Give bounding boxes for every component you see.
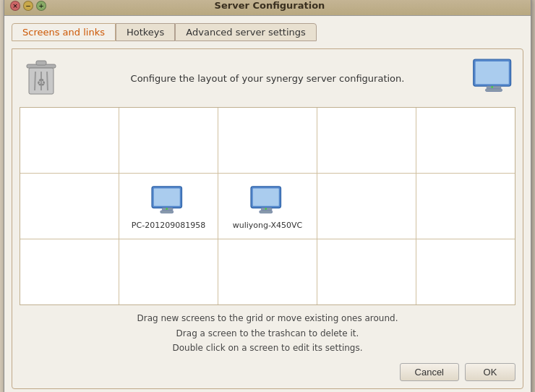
svg-point-21: [265, 208, 267, 210]
screen-label-wuliyong: wuliyong-X450VC: [233, 221, 302, 230]
tab-screens-and-links[interactable]: Screens and links: [12, 23, 116, 41]
svg-rect-18: [253, 188, 279, 205]
maximize-button[interactable]: +: [36, 1, 46, 11]
svg-point-16: [166, 208, 168, 210]
svg-rect-20: [260, 210, 273, 213]
svg-rect-15: [160, 210, 174, 213]
tab-bar: Screens and links Hotkeys Advanced serve…: [12, 23, 523, 41]
svg-rect-1: [36, 61, 46, 65]
top-description: Configure the layout of your synergy ser…: [70, 73, 465, 84]
window-body: Screens and links Hotkeys Advanced serve…: [4, 16, 531, 392]
grid-cell-2-3[interactable]: [317, 239, 416, 304]
grid-cell-screen-wuliyong[interactable]: wuliyong-X450VC: [218, 174, 317, 239]
screen-label-pc: PC-201209081958: [132, 221, 205, 230]
grid-cell-2-1[interactable]: [119, 239, 218, 304]
grid-cell-2-2[interactable]: [218, 239, 317, 304]
grid-row-0: [20, 108, 515, 174]
svg-line-3: [35, 72, 35, 90]
hint-1: Drag new screens to the grid or move exi…: [20, 311, 515, 325]
window-controls: × − +: [10, 1, 46, 11]
grid-cell-2-4[interactable]: [416, 239, 515, 304]
grid-cell-0-3[interactable]: [317, 108, 416, 173]
ok-button[interactable]: OK: [465, 363, 515, 381]
tab-advanced-server-settings[interactable]: Advanced server settings: [175, 23, 316, 41]
svg-rect-10: [485, 89, 502, 92]
hints-section: Drag new screens to the grid or move exi…: [20, 311, 515, 355]
grid-cell-1-4[interactable]: [416, 174, 515, 239]
grid-cell-screen-pc[interactable]: PC-201209081958: [119, 174, 218, 239]
grid-cell-1-0[interactable]: [20, 174, 119, 239]
tab-content-screens-and-links: ♻ Configure the layout of your synergy s…: [12, 48, 523, 388]
screen-grid: PC-201209081958 wuliyong-X450VC: [20, 107, 515, 305]
svg-text:♻: ♻: [37, 77, 46, 88]
grid-cell-0-2[interactable]: [218, 108, 317, 173]
svg-rect-8: [476, 61, 509, 84]
grid-cell-0-4[interactable]: [416, 108, 515, 173]
svg-line-5: [47, 72, 48, 90]
minimize-button[interactable]: −: [23, 1, 33, 11]
trash-icon: ♻: [20, 56, 63, 100]
grid-cell-0-1[interactable]: [119, 108, 218, 173]
server-monitor-icon: [472, 56, 515, 100]
server-configuration-window: × − + Server Configuration Screens and l…: [4, 0, 531, 392]
grid-cell-1-3[interactable]: [317, 174, 416, 239]
svg-rect-13: [154, 188, 180, 205]
titlebar: × − + Server Configuration: [4, 0, 531, 16]
grid-row-1: PC-201209081958 wuliyong-X450VC: [20, 174, 515, 239]
close-button[interactable]: ×: [10, 1, 20, 11]
grid-row-2: [20, 239, 515, 304]
svg-rect-9: [487, 86, 500, 89]
cancel-button[interactable]: Cancel: [400, 363, 459, 381]
top-section: ♻ Configure the layout of your synergy s…: [20, 56, 515, 100]
tab-hotkeys[interactable]: Hotkeys: [116, 23, 175, 41]
hint-3: Double click on a screen to edit its set…: [20, 341, 515, 355]
grid-cell-2-0[interactable]: [20, 239, 119, 304]
svg-point-11: [491, 86, 493, 88]
hint-2: Drag a screen to the trashcan to delete …: [20, 326, 515, 341]
window-title: Server Configuration: [51, 0, 489, 11]
dialog-buttons: Cancel OK: [20, 363, 515, 381]
grid-cell-0-0[interactable]: [20, 108, 119, 173]
